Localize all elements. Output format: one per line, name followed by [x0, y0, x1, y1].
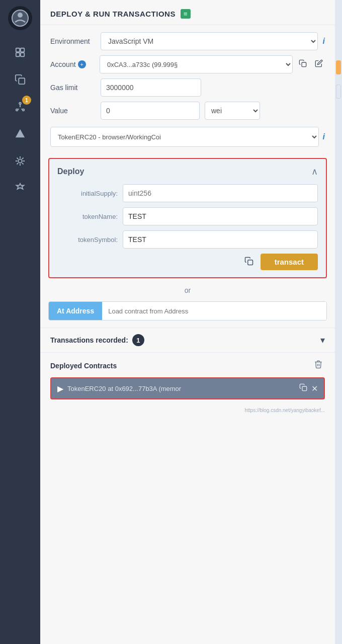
- contract-name-text: TokenERC20 at 0x692...77b3A (memor: [67, 385, 295, 392]
- environment-info-icon[interactable]: i: [323, 37, 325, 46]
- account-label-text: Account: [50, 60, 76, 68]
- transactions-count-badge: 1: [132, 334, 144, 346]
- svg-point-8: [16, 109, 18, 111]
- delete-contracts-button[interactable]: [312, 359, 325, 372]
- svg-point-7: [19, 103, 21, 105]
- svg-rect-14: [302, 386, 307, 391]
- gas-limit-input[interactable]: [101, 78, 201, 97]
- collapse-deploy-button[interactable]: ∧: [311, 166, 318, 177]
- deploy-field-initial-supply: initialSupply:: [57, 184, 318, 202]
- at-address-input[interactable]: [102, 302, 326, 320]
- sidebar-item-copy[interactable]: [11, 70, 29, 89]
- environment-select[interactable]: JavaScript VM: [101, 32, 318, 50]
- svg-marker-10: [16, 129, 25, 138]
- deployed-contracts-header: Deployed Contracts: [50, 359, 325, 372]
- initial-supply-label: initialSupply:: [57, 190, 118, 197]
- account-label: Account +: [50, 60, 96, 68]
- deployed-contracts-section: Deployed Contracts ▶ TokenERC20 at 0x692…: [40, 352, 335, 406]
- or-text: or: [185, 286, 191, 294]
- sidebar-item-git[interactable]: 1: [11, 98, 29, 116]
- deploy-field-token-name: tokenName:: [57, 207, 318, 225]
- transact-button[interactable]: transact: [261, 254, 318, 270]
- deploy-title: Deploy: [57, 167, 84, 176]
- gas-limit-row: Gas limit: [50, 78, 325, 97]
- deploy-box: Deploy ∧ initialSupply: tokenName: token…: [48, 158, 327, 278]
- panel-icon: ≡: [181, 9, 191, 19]
- account-select[interactable]: 0xCA3...a733c (99.999§: [100, 55, 293, 73]
- svg-rect-13: [247, 260, 252, 265]
- sidebar-item-debug[interactable]: [11, 152, 29, 170]
- svg-rect-3: [21, 48, 24, 52]
- deploy-actions: transact: [57, 254, 318, 270]
- svg-rect-12: [302, 62, 306, 67]
- value-unit-select[interactable]: wei: [205, 102, 260, 120]
- clipboard-button[interactable]: [242, 256, 255, 269]
- scroll-indicator: [336, 60, 341, 74]
- value-row: Value wei: [50, 102, 325, 120]
- value-label: Value: [50, 107, 96, 115]
- transactions-chevron-icon[interactable]: ▾: [320, 335, 325, 346]
- at-address-row: At Address: [48, 301, 327, 320]
- form-area: Environment JavaScript VM i Account + 0x…: [40, 25, 335, 154]
- sidebar: 1: [0, 0, 40, 644]
- deploy-field-token-symbol: tokenSymbol:: [57, 230, 318, 249]
- token-symbol-input[interactable]: [123, 230, 318, 249]
- main-panel: DEPLOY & RUN TRANSACTIONS ≡ Environment …: [40, 0, 335, 644]
- contract-select[interactable]: TokenERC20 - browser/WorkingCoi: [50, 127, 319, 147]
- token-name-label: tokenName:: [57, 213, 118, 220]
- scroll-track: [336, 85, 341, 99]
- svg-rect-6: [19, 78, 25, 84]
- or-separator: or: [40, 286, 335, 294]
- contract-copy-button[interactable]: [299, 383, 307, 393]
- logo: [8, 6, 32, 30]
- transactions-label: Transactions recorded: 1: [50, 334, 144, 346]
- contract-close-button[interactable]: ✕: [311, 384, 318, 393]
- deploy-header: Deploy ∧: [57, 166, 318, 177]
- sidebar-item-file-manager[interactable]: [11, 43, 29, 61]
- environment-label: Environment: [50, 37, 96, 45]
- sidebar-item-plugins[interactable]: [11, 179, 29, 197]
- transactions-label-text: Transactions recorded:: [50, 336, 128, 344]
- copy-account-button[interactable]: [297, 58, 309, 70]
- value-input[interactable]: [101, 102, 200, 120]
- gas-limit-label: Gas limit: [50, 84, 96, 92]
- contract-expand-icon[interactable]: ▶: [57, 384, 63, 393]
- deployed-contracts-title: Deployed Contracts: [50, 362, 117, 370]
- svg-rect-5: [21, 53, 24, 56]
- svg-point-11: [18, 159, 22, 163]
- token-name-input[interactable]: [123, 207, 318, 225]
- initial-supply-input[interactable]: [123, 184, 318, 202]
- edit-account-button[interactable]: [313, 58, 325, 70]
- svg-point-1: [18, 13, 23, 18]
- contract-row: TokenERC20 - browser/WorkingCoi i: [50, 127, 325, 147]
- panel-title: DEPLOY & RUN TRANSACTIONS: [50, 10, 176, 18]
- svg-rect-4: [16, 53, 20, 56]
- at-address-button[interactable]: At Address: [49, 302, 102, 320]
- token-symbol-label: tokenSymbol:: [57, 236, 118, 244]
- contract-info-icon[interactable]: i: [323, 132, 325, 141]
- environment-row: Environment JavaScript VM i: [50, 32, 325, 50]
- svg-rect-2: [16, 48, 20, 52]
- add-account-icon[interactable]: +: [78, 60, 86, 68]
- panel-header: DEPLOY & RUN TRANSACTIONS ≡: [40, 0, 335, 25]
- sidebar-item-deploy[interactable]: [11, 125, 29, 143]
- watermark-text: https://blog.csdn.net/yangyibaokef...: [40, 406, 335, 415]
- svg-point-9: [23, 109, 25, 111]
- git-badge: 1: [22, 96, 31, 105]
- svg-point-0: [12, 10, 28, 26]
- right-edge: [335, 0, 342, 644]
- transactions-section: Transactions recorded: 1 ▾: [40, 328, 335, 352]
- deployed-contract-item: ▶ TokenERC20 at 0x692...77b3A (memor ✕: [50, 377, 325, 399]
- account-row: Account + 0xCA3...a733c (99.999§: [50, 55, 325, 73]
